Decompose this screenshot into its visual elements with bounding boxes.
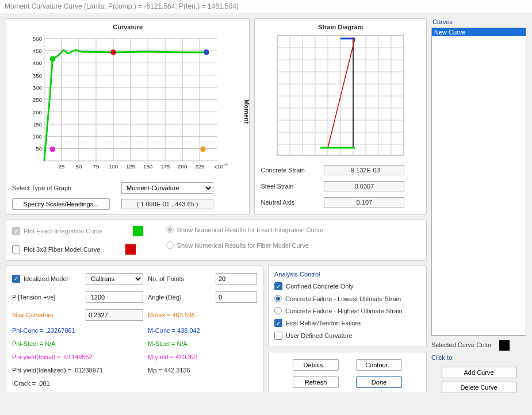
svg-text:50: 50 — [76, 163, 82, 170]
refresh-button[interactable]: Refresh — [293, 376, 339, 388]
svg-text:200: 200 — [178, 163, 187, 170]
contour-button[interactable]: Contour... — [356, 359, 402, 371]
highest-label: Concrete Failure - Highest Ultimate Stra… — [285, 308, 403, 314]
npoints-label: No. of Points — [148, 275, 211, 282]
lowest-radio[interactable] — [274, 295, 282, 302]
selected-color-row: Selected Curve Color — [431, 340, 526, 351]
svg-point-43 — [110, 49, 116, 55]
svg-text:50: 50 — [36, 145, 42, 152]
curves-title: Curves — [433, 18, 526, 25]
neutral-axis-value: 0.107 — [324, 197, 404, 207]
confined-checkbox[interactable]: ✓ — [274, 282, 282, 290]
msteel-label: M-Steel = N/A — [148, 340, 257, 347]
strain-diagram — [261, 33, 420, 158]
exact-color-swatch — [133, 226, 143, 236]
svg-text:400: 400 — [33, 60, 43, 66]
add-curve-button[interactable]: Add Curve — [442, 367, 516, 378]
maxcurv-label: Max Curvature — [12, 312, 81, 318]
moment-axis-label: Moment — [243, 99, 250, 124]
svg-text:450: 450 — [33, 48, 43, 54]
svg-text:200: 200 — [33, 109, 43, 116]
rebar-checkbox[interactable]: ✓ — [274, 319, 282, 327]
window-title: Moment Curvature Curve (Limits: P(comp.)… — [0, 0, 532, 13]
svg-point-45 — [50, 147, 56, 152]
plot-fiber-label: Plot 3x3 Fiber Model Curve — [24, 246, 100, 253]
npoints-input[interactable] — [216, 273, 257, 285]
specify-scales-button[interactable]: Specify Scales/Headings... — [12, 198, 110, 210]
svg-text:350: 350 — [33, 72, 43, 79]
strain-title: Strain Diagram — [261, 24, 420, 30]
graph-type-select[interactable]: Moment-Curvature — [121, 182, 213, 194]
curvature-chart[interactable]: 50 100 150 200 250 300 350 400 450 500 — [12, 33, 243, 178]
svg-text:125: 125 — [126, 163, 135, 170]
plot-options-panel: ✓ Plot Exact-Integration Curve Plot 3x3 … — [6, 220, 427, 261]
steel-strain-value: 0.0307 — [324, 181, 404, 191]
action-buttons-panel: Details... Contour... Refresh Done — [268, 352, 427, 393]
done-button[interactable]: Done — [356, 376, 402, 388]
phisteel-label: Phi-Steel = N/A — [12, 340, 143, 347]
svg-text:25: 25 — [58, 163, 64, 170]
selected-color-label: Selected Curve Color — [431, 341, 492, 348]
mp-label: Mp = 442.3136 — [148, 367, 257, 374]
svg-text:x10: x10 — [214, 163, 223, 170]
userdef-label: User Defined Curvature — [286, 332, 353, 339]
selected-color-swatch[interactable] — [499, 340, 510, 351]
svg-point-42 — [50, 56, 56, 62]
svg-point-44 — [204, 49, 209, 55]
svg-text:100: 100 — [33, 133, 43, 140]
analysis-title: Analysis Control — [274, 271, 420, 278]
delete-curve-button[interactable]: Delete Curve — [442, 382, 516, 393]
concrete-strain-value: -9.132E-03 — [324, 165, 404, 175]
select-type-label: Select Type of Graph — [12, 185, 110, 191]
plot-fiber-checkbox[interactable] — [12, 245, 20, 253]
myield-label: M-yield = 410.391 — [148, 353, 257, 360]
idealized-label: Idealized Model — [24, 275, 68, 282]
plot-exact-label: Plot Exact-Integration Curve — [24, 228, 103, 235]
idealized-select[interactable]: Caltrans — [86, 273, 143, 285]
svg-text:150: 150 — [33, 121, 43, 128]
curve-item[interactable]: New Curve — [432, 28, 526, 36]
icrack-label: ICrack = .001 — [12, 380, 143, 387]
strain-panel: Strain Diagram — [254, 18, 427, 215]
svg-text:175: 175 — [160, 163, 170, 170]
fiber-color-swatch — [125, 244, 136, 255]
curvature-title: Curvature — [12, 24, 243, 30]
svg-text:250: 250 — [33, 97, 43, 103]
svg-text:100: 100 — [109, 163, 118, 170]
concrete-strain-label: Concrete Strain — [261, 167, 324, 174]
svg-text:150: 150 — [143, 163, 153, 170]
mconc-label: M-Conc = 438.042 — [148, 327, 257, 334]
p-label: P [Tension +ve] — [12, 294, 81, 301]
lowest-label: Concrete Failure - Lowest Ultimate Strai… — [285, 295, 401, 302]
show-exact-label: Show Numerical Results for Exact-Integra… — [177, 226, 323, 233]
results-panel: ✓ Idealized Model Caltrans No. of Points… — [6, 266, 263, 393]
cursor-readout: ( 1.090E-01 , 443.65 ) — [121, 199, 213, 209]
angle-label: Angle (Deg) — [148, 294, 211, 301]
show-exact-radio — [166, 226, 174, 233]
curvature-panel: Curvature Moment — [6, 18, 250, 215]
phiyield-init-label: Phi-yield(Initial) = .01149552 — [12, 353, 143, 360]
show-fiber-label: Show Numerical Results for Fiber Model C… — [177, 242, 309, 249]
mmax-label: Mmax = 463.595 — [148, 312, 257, 318]
maxcurv-input[interactable] — [86, 309, 143, 321]
p-input[interactable] — [86, 291, 143, 303]
rebar-label: First Rebar/Tendon Failure — [286, 320, 361, 326]
details-button[interactable]: Details... — [293, 359, 339, 371]
phiyield-ideal-label: Phi-yield(Idealized) = .01238971 — [12, 367, 143, 374]
steel-strain-label: Steel Strain — [261, 183, 324, 190]
svg-text:225: 225 — [195, 163, 204, 170]
neutral-axis-label: Neutral Axis — [261, 199, 324, 206]
svg-point-46 — [200, 147, 206, 152]
svg-text:500: 500 — [33, 36, 43, 42]
highest-radio[interactable] — [274, 307, 282, 314]
confined-label: Confined Concrete Only — [286, 283, 353, 290]
svg-text:300: 300 — [33, 84, 43, 91]
angle-input[interactable] — [216, 291, 257, 303]
userdef-checkbox[interactable] — [274, 332, 282, 340]
phiconc-label: Phi-Conc = .23267861 — [12, 327, 143, 334]
click-to-label: Click to: — [431, 354, 526, 361]
curves-listbox[interactable]: New Curve — [431, 28, 526, 336]
idealized-checkbox[interactable]: ✓ — [12, 275, 20, 283]
plot-exact-checkbox: ✓ — [12, 227, 20, 235]
analysis-panel: Analysis Control ✓Confined Concrete Only… — [268, 266, 427, 347]
